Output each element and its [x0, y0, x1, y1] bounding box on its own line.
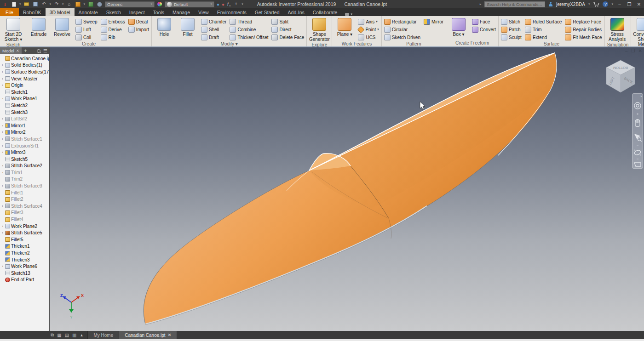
restore-button[interactable]: ❐ — [626, 2, 632, 7]
browser-menu-icon[interactable]: ☰ — [43, 49, 47, 53]
doc-restore-icon[interactable]: ❐ — [631, 48, 635, 53]
help-icon[interactable]: ? — [603, 1, 608, 7]
tree-item-sketch5[interactable]: Sketch5 — [0, 156, 49, 163]
ribbon-tab-file[interactable]: File — [0, 8, 19, 16]
extrude-button[interactable]: Extrude — [28, 17, 50, 37]
tree-expander-icon[interactable]: › — [1, 164, 4, 168]
tree-expander-icon[interactable]: › — [1, 137, 4, 141]
ribbon-tab-collaborate[interactable]: Collaborate — [309, 8, 342, 16]
box-button[interactable]: Box ▾ — [448, 17, 470, 37]
mirror-button[interactable]: Mirror — [423, 18, 444, 25]
ucs-button[interactable]: UCS — [357, 34, 380, 41]
qat-customize-icon[interactable]: ▾ — [242, 2, 243, 6]
tree-expander-icon[interactable]: › — [1, 144, 4, 148]
tree-item-extrusionsrf1[interactable]: ›ExtrusionSrf1 — [0, 142, 49, 149]
decal-button[interactable]: Decal — [127, 18, 150, 25]
tile-horizontal-icon[interactable]: ▤ — [65, 333, 69, 338]
tree-item-mirror1[interactable]: ›Mirror1 — [0, 122, 49, 129]
tree-expander-icon[interactable]: › — [1, 170, 4, 175]
fit-mesh-face-button[interactable]: Fit Mesh Face — [564, 34, 603, 41]
tree-item-thicken1[interactable]: Thicken1 — [0, 243, 49, 250]
tree-item-fillet5[interactable]: Fillet5 — [0, 236, 49, 243]
extend-button[interactable]: Extend — [524, 34, 563, 41]
browser-add-tab-icon[interactable]: + — [22, 48, 30, 53]
split-button[interactable]: Split — [270, 18, 305, 25]
tree-item-thicken3[interactable]: Thicken3 — [0, 256, 49, 263]
stress-analysis-button[interactable]: Stress Analysis — [606, 17, 628, 42]
thread-button[interactable]: Thread — [229, 18, 269, 25]
axis-button[interactable]: Axis▾ — [357, 18, 380, 25]
shell-button[interactable]: Shell — [200, 26, 227, 33]
tree-item-surface-bodies-17-[interactable]: ›Surface Bodies(17) — [0, 68, 49, 75]
tree-item-solid-bodies-1-[interactable]: ›Solid Bodies(1) — [0, 62, 49, 69]
tree-expander-icon[interactable]: › — [1, 184, 4, 188]
tree-expander-icon[interactable]: › — [1, 130, 4, 134]
minimize-button[interactable]: – — [616, 2, 623, 7]
tree-item-view-master[interactable]: ›View: Master — [0, 75, 49, 82]
stitch-button[interactable]: Stitch — [500, 18, 523, 25]
tree-expander-icon[interactable]: › — [1, 83, 4, 87]
tree-item-work-plane1[interactable]: ›Work Plane1 — [0, 96, 49, 102]
combine-button[interactable]: Combine — [229, 26, 269, 33]
tree-item-fillet3[interactable]: Fillet3 — [0, 210, 49, 216]
navigation-bar[interactable]: × — [632, 93, 643, 169]
doc-tab-canadian-canoe-ipt[interactable]: Canadian Canoe.ipt✕ — [119, 331, 177, 339]
home-icon[interactable]: ⌂ — [66, 1, 73, 7]
draft-button[interactable]: Draft — [200, 34, 227, 41]
undo-dropdown-icon[interactable]: ▾ — [50, 2, 52, 6]
tree-item-stitch-surface5[interactable]: ›Stitch Surface5 — [0, 229, 49, 236]
ribbon-tab-annotate[interactable]: Annotate — [75, 8, 102, 16]
tree-item-thicken2[interactable]: Thicken2 — [0, 250, 49, 256]
revolve-button[interactable]: Revolve — [51, 17, 73, 37]
tree-expander-icon[interactable]: › — [1, 264, 4, 268]
username[interactable]: jeremyX2BDA — [556, 2, 585, 7]
tree-item-sketch2[interactable]: Sketch2 — [0, 102, 49, 109]
add-qat-icon[interactable]: + — [233, 1, 239, 7]
tree-item-stitch-surface3[interactable]: ›Stitch Surface3 — [0, 182, 49, 189]
coil-button[interactable]: Coil — [75, 34, 98, 41]
ribbon-tab-view[interactable]: View — [194, 8, 213, 16]
face-button[interactable]: Face — [471, 18, 497, 25]
screencast-icon[interactable]: ▾ — [341, 12, 356, 16]
emboss-button[interactable]: Emboss — [100, 18, 126, 25]
tree-item-origin[interactable]: ›Origin — [0, 82, 49, 89]
appearance-select[interactable]: Default▾ — [165, 1, 214, 7]
tree-item-mirror2[interactable]: ›Mirror2 — [0, 129, 49, 136]
tree-item-canadian-canoe-ipt[interactable]: Canadian Canoe.ipt — [0, 55, 49, 62]
ribbon-tab-3d-model[interactable]: 3D Model — [46, 8, 75, 16]
new-file-icon[interactable] — [11, 1, 17, 7]
tree-item-sketch3[interactable]: Sketch3 — [0, 109, 49, 116]
start-2d-sketch-button[interactable]: Start 2D Sketch ▾ — [2, 17, 24, 42]
tree-item-trim2[interactable]: Trim2 — [0, 176, 49, 183]
user-dropdown-icon[interactable]: ▾ — [588, 2, 590, 6]
measure-icon[interactable] — [87, 1, 94, 7]
undo-icon[interactable]: ↶ — [41, 1, 47, 7]
tree-expander-icon[interactable]: › — [1, 97, 4, 101]
sweep-button[interactable]: Sweep — [75, 18, 98, 25]
ribbon-tab-get-started[interactable]: Get Started — [251, 8, 284, 16]
adjust-appearance-icon[interactable]: ● — [217, 2, 219, 7]
update-dropdown-icon[interactable]: ▾ — [84, 2, 86, 6]
tree-expander-icon[interactable]: › — [1, 224, 4, 228]
tile-vertical-icon[interactable]: ▥ — [72, 333, 76, 338]
tree-expander-icon[interactable]: › — [1, 117, 4, 121]
help-search-input[interactable]: Search Help & Commands... — [484, 1, 545, 7]
sculpt-button[interactable]: Sculpt — [500, 34, 523, 41]
loft-button[interactable]: Loft — [75, 26, 98, 33]
material-ball-icon[interactable] — [96, 1, 103, 7]
hole-button[interactable]: Hole — [153, 17, 175, 37]
tree-expander-icon[interactable]: › — [1, 70, 4, 74]
search-expand-icon[interactable]: ▸ — [480, 2, 482, 6]
save-icon[interactable] — [32, 1, 39, 7]
help-dropdown-icon[interactable]: ▾ — [611, 2, 613, 6]
redo-dropdown-icon[interactable]: ▾ — [62, 2, 64, 6]
cascade-windows-icon[interactable]: ⧉ — [51, 332, 54, 338]
tree-item-sketch1[interactable]: Sketch1 — [0, 89, 49, 96]
expand-tabs-icon[interactable]: ▲ — [80, 333, 84, 337]
ribbon-tab-environments[interactable]: Environments — [213, 8, 251, 16]
rectangular-button[interactable]: Rectangular — [383, 18, 421, 25]
tree-item-stitch-surface1[interactable]: ›Stitch Surface1 — [0, 136, 49, 142]
delete-face-button[interactable]: Delete Face — [270, 34, 305, 41]
convert-button[interactable]: Convert — [471, 26, 497, 33]
tree-expander-icon[interactable]: › — [1, 204, 4, 208]
